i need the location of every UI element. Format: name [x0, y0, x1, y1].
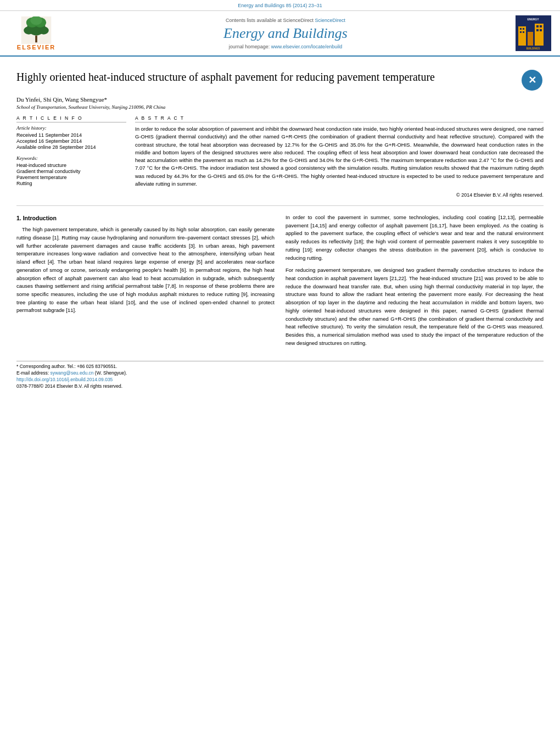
accepted-date: Accepted 16 September 2014 [16, 138, 126, 144]
issn-line: 0378-7788/© 2014 Elsevier B.V. All right… [16, 383, 544, 389]
top-bar: Energy and Buildings 85 (2014) 23–31 [0, 0, 560, 11]
corresponding-author-star: * [104, 96, 108, 103]
svg-rect-19 [540, 29, 542, 31]
svg-rect-12 [520, 28, 522, 30]
svg-rect-13 [523, 28, 524, 30]
article-info-box: A R T I C L E I N F O Article history: R… [16, 115, 126, 198]
authors: Du Yinfei, Shi Qin, Wang Shengyue* [16, 96, 544, 103]
journal-ref: Energy and Buildings 85 (2014) 23–31 [238, 3, 322, 8]
svg-rect-15 [523, 31, 524, 33]
info-abstract-columns: A R T I C L E I N F O Article history: R… [16, 115, 544, 198]
keyword-1: Heat-induced structure [16, 163, 126, 168]
keywords-section: Keywords: Heat-induced structure Gradien… [16, 155, 126, 186]
intro-para-1: The high pavement temperature, which is … [16, 226, 275, 315]
body-columns: 1. Introduction The high pavement temper… [16, 214, 544, 352]
elsevier-brand-text: ELSEVIER [17, 44, 55, 51]
doi-link[interactable]: http://dx.doi.org/10.1016/j.enbuild.2014… [16, 377, 113, 382]
intro-para-2: In order to cool the pavement in summer,… [285, 214, 544, 262]
footnote-area: * Corresponding author. Tel.: +86 025 83… [16, 361, 544, 389]
abstract-heading: A B S T R A C T [135, 115, 544, 122]
keyword-4: Rutting [16, 181, 126, 186]
svg-rect-18 [536, 29, 539, 31]
doi-line: http://dx.doi.org/10.1016/j.enbuild.2014… [16, 377, 544, 382]
available-date: Available online 28 September 2014 [16, 144, 126, 150]
article-info-heading: A R T I C L E I N F O [16, 115, 126, 122]
abstract-section: A B S T R A C T In order to reduce the s… [135, 115, 544, 198]
crossmark-icon: ✕ [528, 74, 536, 86]
elsevier-logo: ELSEVIER [9, 16, 64, 51]
svg-point-3 [24, 26, 33, 35]
sciencedirect-link[interactable]: ScienceDirect [315, 18, 346, 23]
svg-rect-11 [535, 24, 544, 46]
energy-logo-icon: ENERGY BUILDINGS [516, 15, 551, 51]
svg-rect-16 [536, 25, 539, 27]
crossmark-logo[interactable]: ✕ [522, 70, 544, 92]
abstract-text: In order to reduce the solar absorption … [135, 125, 544, 188]
received-date: Received 11 September 2014 [16, 132, 126, 138]
email-line: E-mail address: sywang@seu.edu.cn (W. Sh… [16, 370, 544, 376]
elsevier-tree-icon [20, 16, 53, 44]
history-label: Article history: [16, 125, 126, 131]
journal-header: ELSEVIER Contents lists available at Sci… [0, 11, 560, 57]
body-right-col: In order to cool the pavement in summer,… [285, 214, 544, 352]
keyword-3: Pavement temperature [16, 175, 126, 180]
article-content: Highly oriented heat-induced structure o… [0, 57, 560, 395]
article-title: Highly oriented heat-induced structure o… [16, 70, 516, 84]
sciencedirect-line: Contents lists available at ScienceDirec… [64, 18, 507, 23]
homepage-url[interactable]: www.elsevier.com/locate/enbuild [271, 44, 343, 49]
intro-heading: 1. Introduction [16, 214, 275, 222]
copyright-line: © 2014 Elsevier B.V. All rights reserved… [135, 192, 544, 198]
affiliation: School of Transportation, Southeast Univ… [16, 104, 544, 110]
email-address[interactable]: sywang@seu.edu.cn [50, 370, 93, 376]
section-divider [16, 205, 544, 206]
svg-point-4 [39, 26, 49, 35]
keyword-2: Gradient thermal conductivity [16, 169, 126, 174]
body-left-col: 1. Introduction The high pavement temper… [16, 214, 275, 352]
journal-center: Contents lists available at ScienceDirec… [64, 18, 507, 49]
svg-text:BUILDINGS: BUILDINGS [527, 47, 540, 50]
journal-title: Energy and Buildings [64, 25, 507, 42]
energy-buildings-logo: ENERGY BUILDINGS [507, 15, 551, 51]
corresponding-note: * Corresponding author. Tel.: +86 025 83… [16, 364, 544, 369]
svg-rect-9 [518, 26, 526, 46]
svg-rect-14 [520, 31, 522, 33]
svg-rect-17 [540, 25, 542, 27]
article-title-section: Highly oriented heat-induced structure o… [16, 70, 544, 92]
svg-rect-1 [35, 35, 37, 42]
keywords-label: Keywords: [16, 155, 126, 161]
svg-text:ENERGY: ENERGY [527, 18, 539, 21]
homepage-line: journal homepage: www.elsevier.com/locat… [64, 44, 507, 49]
intro-para-3: For reducing pavement temperature, we de… [285, 266, 544, 347]
svg-rect-10 [528, 32, 533, 46]
